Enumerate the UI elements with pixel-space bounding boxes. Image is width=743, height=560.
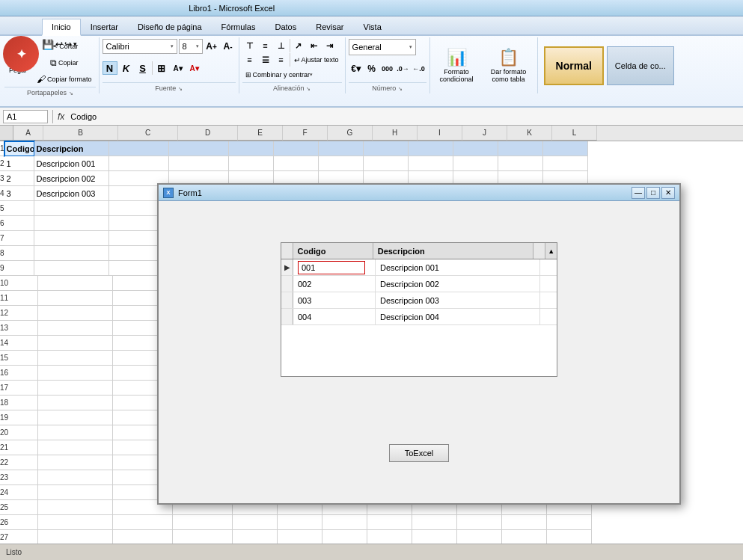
- copy-button[interactable]: ⧉ Copiar: [33, 55, 96, 70]
- grid-cell[interactable]: Descripcion: [34, 141, 109, 156]
- row-header[interactable]: 13: [0, 321, 8, 336]
- tab-vista[interactable]: Vista: [354, 19, 391, 34]
- grid-cell[interactable]: [229, 141, 274, 156]
- grid-cell[interactable]: [38, 440, 113, 455]
- grid-cell[interactable]: [453, 141, 498, 156]
- merge-center-button[interactable]: ⊞ Combinar y centrar ▾: [242, 67, 317, 82]
- grid-cell[interactable]: [4, 246, 34, 261]
- col-header-b[interactable]: B: [43, 126, 118, 141]
- increase-decimal-button[interactable]: .0→: [396, 62, 411, 76]
- grid-cell[interactable]: [8, 381, 38, 396]
- grid-cell[interactable]: [38, 351, 113, 366]
- conditional-format-button[interactable]: 📊 Formato condicional: [433, 46, 480, 84]
- row-header[interactable]: 26: [0, 515, 8, 530]
- grid-cell[interactable]: [8, 470, 38, 485]
- dg-cell-codigo[interactable]: 003: [293, 292, 376, 308]
- currency-button[interactable]: €▾: [349, 62, 364, 76]
- row-header[interactable]: 25: [0, 500, 8, 515]
- grid-cell[interactable]: 2: [4, 171, 34, 186]
- grid-cell[interactable]: [173, 530, 233, 545]
- align-center-button[interactable]: ☰: [258, 53, 273, 67]
- dg-cell-codigo[interactable]: 002: [293, 276, 376, 292]
- tab-revisar[interactable]: Revisar: [306, 19, 353, 34]
- col-header-e[interactable]: E: [238, 126, 283, 141]
- grid-cell[interactable]: [278, 515, 322, 530]
- row-header[interactable]: 23: [0, 470, 8, 485]
- grid-cell[interactable]: [38, 425, 113, 440]
- col-header-g[interactable]: G: [328, 126, 373, 141]
- grid-cell[interactable]: [8, 410, 38, 425]
- format-painter-button[interactable]: 🖌 Copiar formato: [33, 72, 96, 87]
- row-header[interactable]: 22: [0, 455, 8, 470]
- bold-button[interactable]: N: [103, 61, 117, 75]
- formula-input[interactable]: [70, 112, 740, 121]
- grid-cell[interactable]: [113, 530, 173, 545]
- col-header-l[interactable]: L: [552, 126, 597, 141]
- grid-cell[interactable]: [8, 440, 38, 455]
- row-header[interactable]: 19: [0, 410, 8, 425]
- grid-cell[interactable]: [38, 336, 113, 351]
- grid-cell[interactable]: [38, 381, 113, 396]
- grid-cell[interactable]: [319, 141, 364, 156]
- numero-expand[interactable]: ↘: [398, 86, 403, 91]
- tab-datos[interactable]: Datos: [265, 19, 306, 34]
- grid-cell[interactable]: [38, 291, 113, 306]
- font-color-button[interactable]: A▾: [187, 61, 202, 75]
- portapapeles-expand[interactable]: ↘: [69, 90, 73, 96]
- grid-cell[interactable]: [38, 455, 113, 470]
- grid-cell[interactable]: [8, 396, 38, 410]
- grid-cell[interactable]: 3: [4, 186, 34, 201]
- grid-cell[interactable]: [412, 515, 457, 530]
- dg-cell-descripcion[interactable]: Descripcion 003: [376, 292, 540, 308]
- grid-cell[interactable]: [4, 216, 34, 231]
- align-right-button[interactable]: ≡: [274, 53, 289, 67]
- grid-cell[interactable]: [169, 156, 229, 171]
- grid-cell[interactable]: [34, 201, 109, 216]
- font-size-selector[interactable]: 8 ▾: [179, 39, 203, 54]
- grid-cell[interactable]: [453, 156, 498, 171]
- grid-cell[interactable]: [547, 530, 592, 545]
- grid-cell[interactable]: [38, 276, 113, 291]
- grid-cell[interactable]: [274, 141, 319, 156]
- row-header[interactable]: 27: [0, 530, 8, 545]
- grid-cell[interactable]: [38, 470, 113, 485]
- grid-cell[interactable]: [8, 351, 38, 366]
- indent-increase-button[interactable]: ⇥: [322, 39, 337, 52]
- dg-input-codigo[interactable]: [298, 261, 365, 274]
- grid-cell[interactable]: [322, 530, 367, 545]
- underline-button[interactable]: S: [135, 61, 150, 75]
- row-header[interactable]: 12: [0, 306, 8, 321]
- list-item[interactable]: 004Descripcion 004: [281, 309, 557, 325]
- decrease-font-button[interactable]: A-: [221, 40, 236, 53]
- grid-cell[interactable]: [34, 261, 109, 276]
- list-item[interactable]: ▶Descripcion 001: [281, 259, 557, 276]
- grid-cell[interactable]: [498, 141, 543, 156]
- save-icon[interactable]: 💾: [42, 39, 54, 50]
- grid-cell[interactable]: [8, 500, 38, 515]
- grid-cell[interactable]: [457, 530, 502, 545]
- office-button[interactable]: ✦: [3, 36, 39, 72]
- row-header[interactable]: 24: [0, 485, 8, 500]
- vba-close-button[interactable]: ✕: [661, 187, 675, 199]
- increase-font-button[interactable]: A+: [204, 40, 219, 53]
- grid-cell[interactable]: [543, 141, 588, 156]
- fuente-expand[interactable]: ↘: [178, 86, 183, 91]
- grid-cell[interactable]: [543, 156, 588, 171]
- row-header[interactable]: 20: [0, 425, 8, 440]
- normal-style-badge[interactable]: Normal: [544, 46, 604, 85]
- grid-cell[interactable]: 1: [4, 156, 34, 171]
- grid-cell[interactable]: [547, 515, 592, 530]
- row-header[interactable]: 14: [0, 336, 8, 351]
- row-header[interactable]: 16: [0, 366, 8, 381]
- align-bottom-button[interactable]: ⊥: [274, 39, 289, 52]
- grid-cell[interactable]: Codigo: [4, 141, 34, 156]
- grid-cell[interactable]: [4, 201, 34, 216]
- grid-cell[interactable]: [409, 141, 453, 156]
- dg-cell-descripcion[interactable]: Descripcion 002: [376, 276, 540, 292]
- grid-cell[interactable]: Descripcion 003: [34, 186, 109, 201]
- grid-cell[interactable]: [38, 410, 113, 425]
- tab-formulas[interactable]: Fórmulas: [212, 19, 266, 34]
- number-format-selector[interactable]: General ▾: [349, 39, 416, 55]
- grid-cell[interactable]: [412, 530, 457, 545]
- grid-cell[interactable]: [409, 156, 453, 171]
